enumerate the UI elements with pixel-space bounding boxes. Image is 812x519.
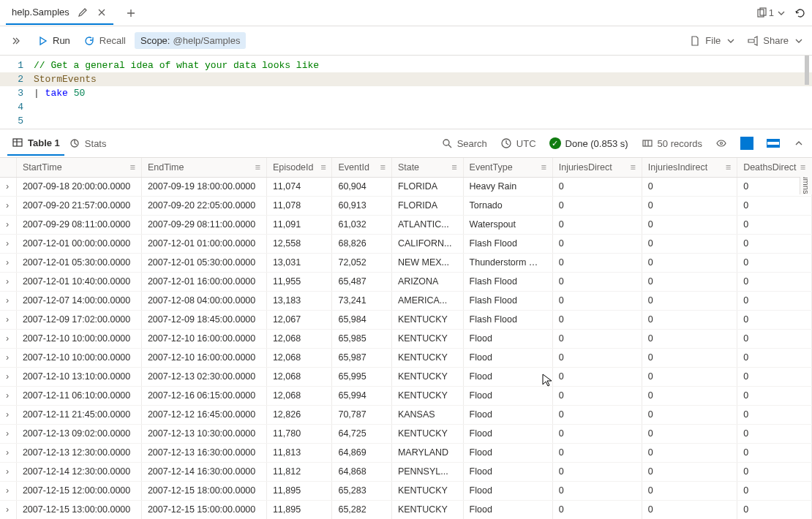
code-editor[interactable]: 1// Get a general idea of what your data… xyxy=(0,56,812,129)
table-row[interactable]: ›2007-09-20 21:57:00.00002007-09-20 22:0… xyxy=(0,196,812,215)
chevron-up-icon[interactable] xyxy=(793,137,805,150)
table-row[interactable]: ›2007-12-10 10:00:00.00002007-12-10 16:0… xyxy=(0,329,812,348)
cell: 0 xyxy=(552,329,642,348)
scope-value: @help/Samples xyxy=(173,35,240,46)
expand-row-icon[interactable]: › xyxy=(0,405,16,424)
close-icon[interactable] xyxy=(96,6,108,18)
cell: 64,868 xyxy=(332,462,391,481)
expand-row-icon[interactable]: › xyxy=(0,310,16,329)
recall-button[interactable]: Recall xyxy=(79,32,130,50)
table-row[interactable]: ›2007-09-18 20:00:00.00002007-09-19 18:0… xyxy=(0,177,812,196)
table-row[interactable]: ›2007-12-10 13:10:00.00002007-12-13 02:3… xyxy=(0,367,812,386)
hide-icon[interactable] xyxy=(715,137,727,150)
expand-row-icon[interactable]: › xyxy=(0,272,16,291)
expand-row-icon[interactable]: › xyxy=(0,234,16,253)
column-header[interactable]: InjuriesDirect≡ xyxy=(552,158,642,177)
scope-chip[interactable]: Scope: @help/Samples xyxy=(135,32,246,49)
table-row[interactable]: ›2007-12-01 05:30:00.00002007-12-01 05:3… xyxy=(0,253,812,272)
cell: 2007-12-15 13:00:00.0000 xyxy=(16,500,141,519)
view-mode-compact[interactable] xyxy=(740,137,753,150)
table-row[interactable]: ›2007-12-13 12:30:00.00002007-12-13 16:3… xyxy=(0,443,812,462)
table-row[interactable]: ›2007-12-14 12:30:00.00002007-12-14 16:3… xyxy=(0,462,812,481)
table-row[interactable]: ›2007-12-13 09:02:00.00002007-12-13 10:3… xyxy=(0,424,812,443)
edit-icon[interactable] xyxy=(77,6,89,18)
search-button[interactable]: Search xyxy=(441,137,487,149)
record-count: 50 records xyxy=(642,137,702,149)
column-header[interactable]: StartTime≡ xyxy=(16,158,141,177)
cell: AMERICA... xyxy=(391,291,463,310)
cell: 2007-12-01 00:00:00.0000 xyxy=(16,234,141,253)
table-row[interactable]: ›2007-12-15 12:00:00.00002007-12-15 18:0… xyxy=(0,481,812,500)
utc-button[interactable]: UTC xyxy=(500,137,536,149)
cell: 11,812 xyxy=(266,462,332,481)
chevron-down-icon xyxy=(775,7,787,19)
table-row[interactable]: ›2007-12-10 10:00:00.00002007-12-10 16:0… xyxy=(0,348,812,367)
cell: 12,068 xyxy=(266,367,332,386)
expand-row-icon[interactable]: › xyxy=(0,481,16,500)
expand-row-icon[interactable]: › xyxy=(0,215,16,234)
cell: Flood xyxy=(463,424,552,443)
editor-line[interactable]: 3| take 50 xyxy=(0,86,812,100)
editor-line[interactable]: 4 xyxy=(0,100,812,114)
share-button[interactable]: Share xyxy=(747,35,805,47)
editor-line[interactable]: 1// Get a general idea of what your data… xyxy=(0,58,812,72)
table-row[interactable]: ›2007-12-01 10:40:00.00002007-12-01 16:0… xyxy=(0,272,812,291)
cell: 11,895 xyxy=(266,500,332,519)
table-row[interactable]: ›2007-12-09 17:02:00.00002007-12-09 18:4… xyxy=(0,310,812,329)
table-row[interactable]: ›2007-09-29 08:11:00.00002007-09-29 08:1… xyxy=(0,215,812,234)
cell: 12,068 xyxy=(266,329,332,348)
tab-active[interactable]: help.Samples xyxy=(6,1,113,25)
cell: 65,994 xyxy=(332,386,391,405)
expand-row-icon[interactable]: › xyxy=(0,348,16,367)
expand-row-icon[interactable]: › xyxy=(0,424,16,443)
view-mode-rows[interactable] xyxy=(767,139,780,148)
column-header[interactable]: EndTime≡ xyxy=(141,158,266,177)
cell: 0 xyxy=(552,215,642,234)
results-tab-bar: Table 1 Stats Search UTC ✓ Done (0.853 s… xyxy=(0,129,812,158)
cell: 0 xyxy=(642,196,737,215)
cell: 2007-12-13 16:30:00.0000 xyxy=(141,443,266,462)
cell: 2007-09-18 20:00:00.0000 xyxy=(16,177,141,196)
expand-row-icon[interactable]: › xyxy=(0,367,16,386)
table-row[interactable]: ›2007-12-11 21:45:00.00002007-12-12 16:4… xyxy=(0,405,812,424)
expand-row-icon[interactable]: › xyxy=(0,443,16,462)
expand-row-icon[interactable]: › xyxy=(0,196,16,215)
cell: 0 xyxy=(642,386,737,405)
file-button[interactable]: File xyxy=(689,35,737,47)
editor-line[interactable]: 5 xyxy=(0,114,812,128)
add-tab-button[interactable] xyxy=(125,7,137,20)
expand-row-icon[interactable]: › xyxy=(0,386,16,405)
editor-line[interactable]: 2StormEvents xyxy=(0,72,812,86)
table-row[interactable]: ›2007-12-07 14:00:00.00002007-12-08 04:0… xyxy=(0,291,812,310)
expand-row-icon[interactable]: › xyxy=(0,500,16,519)
tab-stats[interactable]: Stats xyxy=(64,132,111,155)
cell: 2007-12-01 16:00:00.0000 xyxy=(141,272,266,291)
expand-row-icon[interactable]: › xyxy=(0,462,16,481)
column-header[interactable]: State≡ xyxy=(391,158,463,177)
expand-row-icon[interactable]: › xyxy=(0,329,16,348)
cell: 2007-12-09 17:02:00.0000 xyxy=(16,310,141,329)
undo-icon[interactable] xyxy=(794,7,806,19)
table-row[interactable]: ›2007-12-11 06:10:00.00002007-12-16 06:1… xyxy=(0,386,812,405)
share-label: Share xyxy=(763,35,789,46)
tab-bar: help.Samples 1 xyxy=(0,0,812,26)
cell: ARIZONA xyxy=(391,272,463,291)
column-header[interactable]: InjuriesIndirect≡ xyxy=(642,158,737,177)
expand-row-icon[interactable]: › xyxy=(0,177,16,196)
expand-row-icon[interactable]: › xyxy=(0,291,16,310)
expand-panel-icon[interactable] xyxy=(7,32,28,50)
column-header[interactable]: EventId≡ xyxy=(332,158,391,177)
run-button[interactable]: Run xyxy=(32,32,75,50)
table-row[interactable]: ›2007-12-15 13:00:00.00002007-12-15 15:0… xyxy=(0,500,812,519)
tab-table[interactable]: Table 1 xyxy=(7,131,64,156)
column-header[interactable]: DeathsDirect≡ xyxy=(737,158,812,177)
column-header[interactable]: EventType≡ xyxy=(463,158,552,177)
duplicate-tab-button[interactable]: 1 xyxy=(756,7,787,19)
cell: 0 xyxy=(737,348,812,367)
table-row[interactable]: ›2007-12-01 00:00:00.00002007-12-01 01:0… xyxy=(0,234,812,253)
expand-row-icon[interactable]: › xyxy=(0,253,16,272)
column-header[interactable]: EpisodeId≡ xyxy=(266,158,332,177)
results-grid[interactable]: Columns StartTime≡EndTime≡EpisodeId≡Even… xyxy=(0,158,812,519)
editor-scrollbar[interactable] xyxy=(805,56,809,85)
cell: FLORIDA xyxy=(391,196,463,215)
